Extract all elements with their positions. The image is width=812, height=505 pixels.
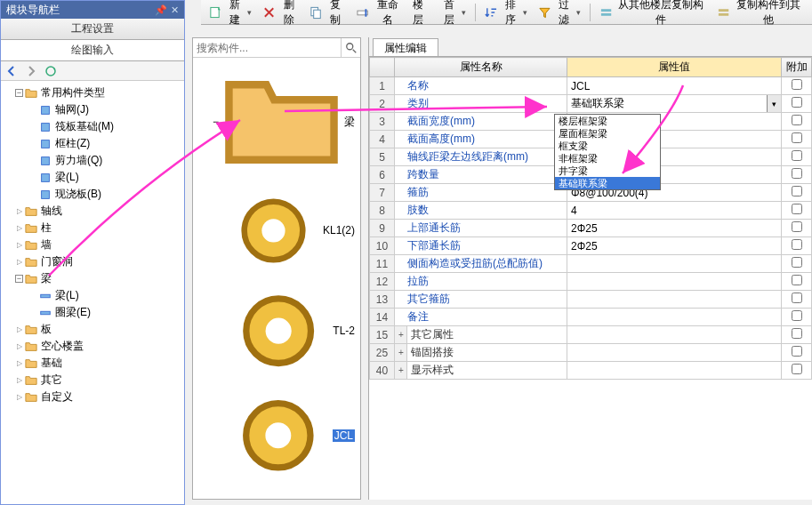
property-value[interactable] — [567, 273, 782, 291]
property-extra-checkbox[interactable] — [782, 291, 812, 309]
property-row[interactable]: 10 下部通长筋 2Φ25 — [370, 237, 812, 255]
tree-group[interactable]: ▷ 其它 — [15, 372, 182, 389]
tree-group[interactable]: ▷ 基础 — [15, 355, 182, 372]
expand-icon[interactable]: ▷ — [15, 376, 23, 384]
tree-item[interactable]: 筏板基础(M) — [28, 118, 182, 135]
component-item[interactable]: TL-2 — [227, 278, 355, 383]
property-extra-checkbox[interactable] — [782, 255, 812, 273]
tree-item[interactable]: 轴网(J) — [28, 101, 182, 118]
expand-icon[interactable]: ▷ — [15, 359, 23, 367]
close-icon[interactable]: ✕ — [171, 4, 179, 16]
tree-item[interactable]: 框柱(Z) — [28, 135, 182, 152]
expand-icon[interactable]: ▷ — [15, 342, 23, 350]
tab-project-settings[interactable]: 工程设置 — [1, 19, 184, 40]
property-row[interactable]: 25 +锚固搭接 — [370, 344, 812, 362]
property-extra-checkbox[interactable] — [782, 166, 812, 184]
dropdown-option[interactable]: 基础联系梁 — [555, 177, 660, 189]
property-value[interactable]: 2Φ25 — [567, 220, 782, 237]
sort-button[interactable]: 排序▾ — [480, 0, 532, 29]
nav-refresh-icon[interactable] — [44, 64, 58, 78]
property-extra-checkbox[interactable] — [782, 326, 812, 344]
tree-item[interactable]: 梁(L) — [28, 287, 182, 304]
property-extra-checkbox[interactable] — [782, 309, 812, 326]
search-button[interactable] — [341, 38, 360, 58]
expand-icon[interactable]: − — [15, 275, 23, 283]
property-row[interactable]: 13 其它箍筋 — [370, 291, 812, 309]
tree-group[interactable]: − 梁 — [15, 270, 182, 287]
tree-group[interactable]: ▷ 轴线 — [15, 203, 182, 220]
expand-icon[interactable]: ▷ — [15, 393, 23, 401]
property-value-dropdown[interactable]: 基础联系梁▾ — [567, 95, 782, 113]
tree-group[interactable]: ▷ 板 — [15, 321, 182, 338]
property-row[interactable]: 8 肢数 4 — [370, 202, 812, 220]
tree-item[interactable]: 现浇板(B) — [28, 186, 182, 203]
copy-from-floor-button[interactable]: 从其他楼层复制构件 — [595, 0, 711, 29]
property-value[interactable] — [567, 344, 782, 362]
dropdown-option[interactable]: 非框架梁 — [555, 152, 660, 164]
tab-property-edit[interactable]: 属性编辑 — [373, 38, 438, 56]
nav-back-icon[interactable] — [4, 64, 19, 78]
filter-button[interactable]: 过滤▾ — [534, 0, 585, 29]
dropdown-arrow-icon[interactable]: ▾ — [767, 95, 781, 112]
floor-select[interactable]: 首层▾ — [434, 0, 470, 29]
property-value[interactable] — [567, 291, 782, 309]
property-extra-checkbox[interactable] — [782, 95, 812, 113]
property-extra-checkbox[interactable] — [782, 273, 812, 291]
property-value[interactable]: 2Φ25 — [567, 237, 782, 255]
copy-button[interactable]: 复制 — [305, 0, 350, 29]
property-value[interactable] — [567, 309, 782, 326]
delete-button[interactable]: 删除 — [258, 0, 303, 29]
dropdown-option[interactable]: 井字梁 — [555, 164, 660, 177]
expand-icon[interactable]: ▷ — [15, 224, 23, 232]
dropdown-option[interactable]: 楼层框架梁 — [555, 115, 660, 127]
collapse-icon[interactable]: − — [15, 89, 23, 97]
tab-drawing-input[interactable]: 绘图输入 — [1, 40, 184, 61]
expand-icon[interactable]: ▷ — [15, 325, 23, 333]
property-extra-checkbox[interactable] — [782, 202, 812, 220]
mid-tree-root[interactable]: − 梁 — [213, 61, 355, 183]
property-row[interactable]: 2 类别 基础联系梁▾ — [370, 95, 812, 113]
property-row[interactable]: 9 上部通长筋 2Φ25 — [370, 220, 812, 237]
property-value[interactable] — [567, 362, 782, 380]
expand-icon[interactable]: + — [395, 326, 407, 344]
property-extra-checkbox[interactable] — [782, 237, 812, 255]
tree-root-common[interactable]: − 常用构件类型 — [15, 84, 182, 101]
pin-icon[interactable]: 📌 — [155, 4, 167, 16]
property-extra-checkbox[interactable] — [782, 362, 812, 380]
dropdown-option[interactable]: 屋面框架梁 — [555, 127, 660, 140]
property-value[interactable] — [567, 255, 782, 273]
component-item[interactable]: JCL — [227, 383, 355, 488]
component-item[interactable]: KL1(2) — [227, 183, 355, 278]
expand-icon[interactable]: ▷ — [15, 241, 23, 249]
tree-item[interactable]: 梁(L) — [28, 169, 182, 186]
tree-group[interactable]: ▷ 柱 — [15, 220, 182, 236]
property-value[interactable]: JCL — [567, 77, 782, 95]
tree-item[interactable]: 圈梁(E) — [28, 304, 182, 321]
property-extra-checkbox[interactable] — [782, 184, 812, 202]
component-tree[interactable]: − 梁 KL1(2) TL-2 JCL — [193, 58, 360, 492]
collapse-icon[interactable]: − — [213, 116, 219, 128]
tree-group[interactable]: ▷ 空心楼盖 — [15, 338, 182, 355]
new-button[interactable]: 新建▾ — [205, 0, 256, 29]
category-dropdown-popup[interactable]: 楼层框架梁屋面框架梁框支梁非框架梁井字梁基础联系梁 — [554, 114, 661, 190]
tree-item[interactable]: 剪力墙(Q) — [28, 152, 182, 169]
property-row[interactable]: 14 备注 — [370, 309, 812, 326]
property-table[interactable]: 属性名称 属性值 附加 1 名称 JCL 2 类别 基础联系梁▾ 3 截面宽度(… — [369, 57, 812, 380]
property-row[interactable]: 11 侧面构造或受扭筋(总配筋值) — [370, 255, 812, 273]
expand-icon[interactable]: ▷ — [15, 207, 23, 215]
tree-group[interactable]: ▷ 墙 — [15, 236, 182, 253]
property-row[interactable]: 15 +其它属性 — [370, 326, 812, 344]
expand-icon[interactable]: ▷ — [15, 258, 23, 266]
property-extra-checkbox[interactable] — [782, 77, 812, 95]
property-row[interactable]: 1 名称 JCL — [370, 77, 812, 95]
property-row[interactable]: 12 拉筋 — [370, 273, 812, 291]
tree-group[interactable]: ▷ 门窗洞 — [15, 253, 182, 270]
copy-to-floor-button[interactable]: 复制构件到其他 — [712, 0, 808, 29]
property-value[interactable]: 4 — [567, 202, 782, 220]
dropdown-option[interactable]: 框支梁 — [555, 140, 660, 152]
property-row[interactable]: 40 +显示样式 — [370, 362, 812, 380]
component-type-tree[interactable]: − 常用构件类型 轴网(J) 筏板基础(M) 框柱(Z) 剪力墙(Q) 梁(L)… — [1, 81, 184, 504]
property-extra-checkbox[interactable] — [782, 344, 812, 362]
property-extra-checkbox[interactable] — [782, 148, 812, 166]
property-extra-checkbox[interactable] — [782, 131, 812, 148]
